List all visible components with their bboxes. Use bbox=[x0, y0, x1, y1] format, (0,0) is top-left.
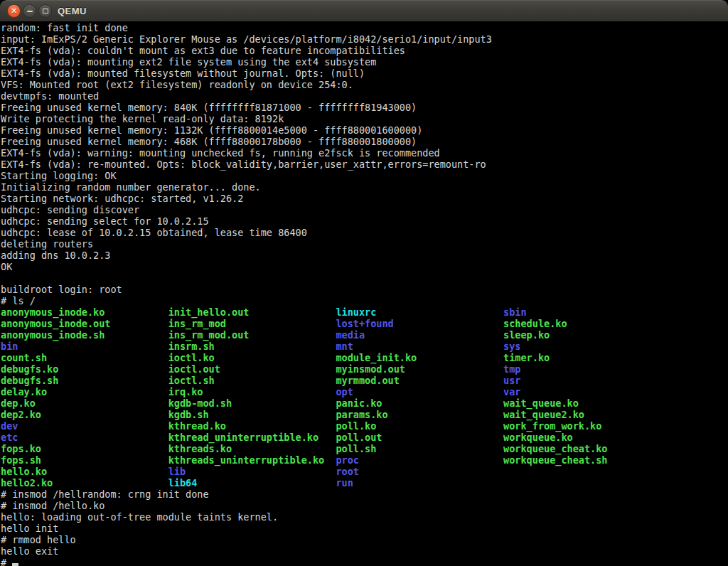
console-line: udhcpc: lease of 10.0.2.15 obtained, lea… bbox=[1, 227, 728, 238]
directory-entry: etc bbox=[1, 432, 168, 443]
console-line: OK bbox=[1, 261, 728, 272]
console-line: Freeing unused kernel memory: 1132K (fff… bbox=[1, 124, 728, 136]
file-entry: anonymous_inode.sh bbox=[1, 329, 168, 341]
symlink-entry: lib64 bbox=[168, 477, 336, 488]
console-line: # ls / bbox=[1, 295, 728, 306]
directory-entry: proc bbox=[336, 454, 503, 466]
file-entry: poll.sh bbox=[336, 443, 503, 454]
console-line: random: fast init done bbox=[1, 22, 728, 33]
minimize-icon bbox=[27, 11, 33, 12]
file-entry: poll.out bbox=[336, 432, 503, 443]
file-entry: kthreads.ko bbox=[168, 443, 336, 454]
file-entry: ins_rm_mod.out bbox=[168, 329, 336, 341]
console-line: dep.ko kgdb-mod.sh panic.ko wait_queue.k… bbox=[1, 397, 728, 409]
file-entry: myinsmod.out bbox=[336, 363, 503, 375]
minimize-button[interactable] bbox=[23, 4, 36, 18]
console-line: Initializing random number generator... … bbox=[1, 181, 728, 193]
file-entry: ioctl.out bbox=[168, 363, 336, 375]
file-entry: delay.ko bbox=[1, 386, 168, 397]
console-line: count.sh ioctl.ko module_init.ko timer.k… bbox=[1, 352, 728, 363]
directory-entry: lib bbox=[168, 466, 336, 477]
directory-entry: mnt bbox=[336, 341, 503, 352]
file-entry: kthread_uninterruptible.ko bbox=[168, 432, 336, 443]
console-line: # insmod /hello.ko bbox=[1, 500, 728, 511]
directory-entry: usr bbox=[503, 375, 520, 386]
file-entry: anonymous_inode.out bbox=[1, 318, 168, 329]
console-line: debugfs.ko ioctl.out myinsmod.out tmp bbox=[1, 363, 728, 375]
close-icon: ✕ bbox=[11, 7, 17, 15]
console-line: debugfs.sh ioctl.sh myrmmod.out usr bbox=[1, 375, 728, 386]
directory-entry: run bbox=[336, 477, 353, 488]
directory-entry: tmp bbox=[503, 363, 520, 375]
console-line: input: ImExPS/2 Generic Explorer Mouse a… bbox=[1, 33, 728, 45]
directory-entry: root bbox=[336, 466, 359, 477]
console-line: udhcpc: sending discover bbox=[1, 204, 728, 215]
console-line: EXT4-fs (vda): mounted filesystem withou… bbox=[1, 68, 728, 79]
console-line: dep2.ko kgdb.sh params.ko wait_queue2.ko bbox=[1, 409, 728, 420]
console-line: etc kthread_uninterruptible.ko poll.out … bbox=[1, 432, 728, 443]
file-entry: init_hello.out bbox=[168, 306, 336, 318]
file-entry: kthread.ko bbox=[168, 420, 336, 432]
file-entry: kthreads_uninterruptible.ko bbox=[168, 454, 336, 466]
file-entry: ins_rm_mod bbox=[168, 318, 336, 329]
console-line: anonymous_inode.ko init_hello.out linuxr… bbox=[1, 306, 728, 318]
directory-entry: lost+found bbox=[336, 318, 503, 329]
file-entry: dep2.ko bbox=[1, 409, 168, 420]
console-line: buildroot login: root bbox=[1, 284, 728, 295]
directory-entry: var bbox=[503, 386, 520, 397]
console-line: delay.ko irq.ko opt var bbox=[1, 386, 728, 397]
file-entry: workqueue_cheat.sh bbox=[503, 454, 607, 466]
terminal-cursor bbox=[12, 563, 18, 566]
file-entry: workqueue_cheat.ko bbox=[503, 443, 607, 454]
file-entry: panic.ko bbox=[336, 397, 503, 409]
file-entry: myrmmod.out bbox=[336, 375, 503, 386]
file-entry: schedule.ko bbox=[503, 318, 567, 329]
directory-entry: opt bbox=[336, 386, 503, 397]
console-line: dev kthread.ko poll.ko work_from_work.ko bbox=[1, 420, 728, 432]
directory-entry: sys bbox=[503, 341, 520, 352]
titlebar[interactable]: ✕ QEMU bbox=[0, 0, 728, 21]
directory-entry: dev bbox=[1, 420, 168, 432]
file-entry: workqueue.ko bbox=[503, 432, 573, 443]
console-line: hello exit bbox=[1, 545, 728, 557]
console-line: fops.sh kthreads_uninterruptible.ko proc… bbox=[1, 454, 728, 466]
console-line: fops.ko kthreads.ko poll.sh workqueue_ch… bbox=[1, 443, 728, 454]
console-line: hello init bbox=[1, 523, 728, 534]
console-line: VFS: Mounted root (ext2 filesystem) read… bbox=[1, 79, 728, 90]
file-entry: debugfs.ko bbox=[1, 363, 168, 375]
file-entry: wait_queue2.ko bbox=[503, 409, 584, 420]
file-entry: wait_queue.ko bbox=[503, 397, 579, 409]
console-line: anonymous_inode.sh ins_rm_mod.out media … bbox=[1, 329, 728, 341]
console-line: Freeing unused kernel memory: 840K (ffff… bbox=[1, 102, 728, 113]
file-entry: ioctl.sh bbox=[168, 375, 336, 386]
console-line: hello.ko lib root bbox=[1, 466, 728, 477]
prompt-line: # bbox=[1, 557, 728, 566]
terminal-screen[interactable]: random: fast init doneinput: ImExPS/2 Ge… bbox=[0, 21, 728, 566]
file-entry: timer.ko bbox=[503, 352, 550, 363]
file-entry: kgdb.sh bbox=[168, 409, 336, 420]
file-entry: hello2.ko bbox=[1, 477, 168, 488]
maximize-button[interactable] bbox=[38, 4, 52, 18]
console-line: devtmpfs: mounted bbox=[1, 90, 728, 102]
console-line: EXT4-fs (vda): couldn't mount as ext3 du… bbox=[1, 45, 728, 56]
console-line: adding dns 10.0.2.3 bbox=[1, 250, 728, 261]
file-entry: hello.ko bbox=[1, 466, 168, 477]
console-line: Freeing unused kernel memory: 468K (ffff… bbox=[1, 136, 728, 147]
file-entry: ioctl.ko bbox=[168, 352, 336, 363]
console-line: hello2.ko lib64 run bbox=[1, 477, 728, 488]
console-line: EXT4-fs (vda): re-mounted. Opts: block_v… bbox=[1, 159, 728, 170]
file-entry: insrm.sh bbox=[168, 341, 336, 352]
directory-entry: media bbox=[336, 329, 503, 341]
console-line: bin insrm.sh mnt sys bbox=[1, 341, 728, 352]
console-line: Write protecting the kernel read-only da… bbox=[1, 113, 728, 124]
file-entry: module_init.ko bbox=[336, 352, 503, 363]
close-button[interactable]: ✕ bbox=[7, 4, 21, 18]
file-entry: kgdb-mod.sh bbox=[168, 397, 336, 409]
file-entry: sleep.ko bbox=[503, 329, 550, 341]
file-entry: dep.ko bbox=[1, 397, 168, 409]
console-line: deleting routers bbox=[1, 238, 728, 250]
console-line: # rmmod hello bbox=[1, 534, 728, 545]
console-line: # insmod /hellrandom: crng init done bbox=[1, 488, 728, 500]
console-line: udhcpc: sending select for 10.0.2.15 bbox=[1, 215, 728, 227]
qemu-window: ✕ QEMU random: fast init doneinput: ImEx… bbox=[0, 0, 728, 566]
